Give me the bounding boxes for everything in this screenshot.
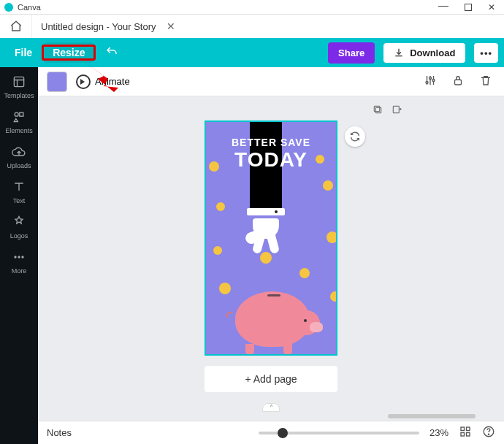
animate-label: Animate (95, 76, 130, 87)
svg-point-2 (15, 112, 18, 116)
duplicate-page-button[interactable] (372, 104, 383, 118)
svg-rect-14 (461, 427, 465, 431)
window-maximize-button[interactable] (465, 4, 472, 11)
hand-graphic (247, 214, 285, 248)
trash-icon (479, 74, 492, 87)
svg-rect-1 (14, 77, 23, 86)
add-blank-page-button[interactable] (391, 104, 402, 118)
tab-title: Untitled design - Your Story (41, 21, 156, 32)
svg-rect-17 (467, 433, 470, 437)
svg-rect-10 (455, 80, 462, 85)
share-button[interactable]: Share (328, 42, 375, 64)
window-minimize-button[interactable]: — (438, 0, 448, 10)
undo-icon (105, 45, 118, 58)
uploads-icon (12, 145, 26, 159)
zoom-slider-thumb[interactable] (278, 428, 288, 438)
tab-close-button[interactable]: ✕ (167, 20, 175, 32)
sidebar-item-text[interactable]: Text (0, 175, 38, 210)
help-icon (482, 425, 495, 438)
status-bar: Notes 23% (38, 421, 504, 444)
window-titlebar: Canva — ✕ (0, 0, 504, 15)
add-page-button[interactable]: + Add page (205, 366, 337, 392)
svg-rect-13 (393, 106, 399, 112)
notes-button[interactable]: Notes (47, 427, 72, 438)
coin-decoration (213, 246, 222, 255)
templates-icon (12, 74, 26, 89)
more-icon (12, 250, 26, 264)
home-button[interactable] (0, 15, 32, 38)
lock-button[interactable] (448, 71, 467, 92)
sidebar-item-label: Elements (5, 127, 33, 134)
tab-untitled-design[interactable]: Untitled design - Your Story ✕ (32, 15, 184, 38)
headline-big: TODAY (206, 150, 336, 170)
grid-view-button[interactable] (459, 425, 472, 440)
headline-text: BETTER SAVE TODAY (206, 137, 336, 170)
coin-decoration (216, 202, 225, 211)
sidebar-item-uploads[interactable]: Uploads (0, 140, 38, 175)
sidebar-item-label: Templates (4, 92, 34, 99)
left-sidebar: Templates Elements Uploads Text Logos Mo… (0, 67, 38, 444)
logos-icon (12, 215, 26, 229)
download-icon (394, 47, 404, 58)
coin-decoration (299, 268, 310, 278)
duplicate-icon (372, 104, 383, 115)
main-toolbar: File Resize Share Download ••• (0, 38, 504, 67)
sidebar-item-label: Logos (10, 232, 28, 240)
svg-rect-3 (20, 112, 23, 116)
coin-decoration (323, 180, 333, 191)
app-icon (4, 3, 13, 12)
svg-point-5 (18, 256, 20, 258)
canvas-area[interactable]: BETTER SAVE TODAY (38, 96, 504, 421)
app-name: Canva (18, 3, 41, 12)
tab-row: Untitled design - Your Story ✕ (0, 15, 504, 38)
download-label: Download (410, 47, 455, 58)
add-page-icon (391, 104, 402, 115)
collapse-panel-handle[interactable]: ˄ (262, 403, 280, 412)
more-menu-button[interactable]: ••• (474, 43, 498, 63)
svg-point-4 (14, 256, 16, 258)
delete-button[interactable] (476, 71, 495, 92)
svg-point-7 (426, 82, 428, 84)
work-area: Animate (38, 67, 504, 444)
download-button[interactable]: Download (383, 43, 465, 63)
sidebar-item-templates[interactable]: Templates (0, 70, 38, 105)
svg-point-6 (21, 256, 23, 258)
coin-decoration (330, 291, 337, 302)
svg-point-9 (432, 80, 435, 82)
svg-point-19 (488, 434, 489, 435)
regenerate-button[interactable] (345, 126, 365, 147)
refresh-icon (349, 131, 361, 142)
headline-small: BETTER SAVE (232, 137, 310, 148)
svg-rect-15 (467, 427, 470, 431)
svg-rect-11 (375, 107, 381, 112)
grid-icon (459, 425, 472, 438)
zoom-percent-label[interactable]: 23% (429, 427, 448, 438)
lock-icon (451, 74, 465, 87)
sidebar-item-label: Text (13, 197, 26, 204)
window-close-button[interactable]: ✕ (488, 3, 495, 12)
resize-button[interactable]: Resize (44, 42, 93, 63)
home-icon (9, 20, 23, 33)
filter-button[interactable] (421, 71, 440, 92)
undo-button[interactable] (105, 45, 118, 61)
zoom-slider[interactable] (259, 432, 419, 435)
background-color-swatch[interactable] (47, 72, 67, 92)
sidebar-item-label: Uploads (7, 162, 31, 169)
svg-point-8 (429, 77, 432, 80)
sidebar-item-logos[interactable]: Logos (0, 210, 38, 245)
text-icon (12, 180, 26, 194)
coin-decoration (327, 231, 337, 243)
svg-rect-12 (374, 106, 379, 111)
design-page[interactable]: BETTER SAVE TODAY (205, 120, 337, 356)
sidebar-item-elements[interactable]: Elements (0, 105, 38, 140)
help-button[interactable] (482, 425, 495, 440)
piggy-bank-graphic (229, 281, 316, 354)
animate-button[interactable]: Animate (76, 74, 130, 89)
elements-icon (12, 110, 26, 124)
filter-icon (424, 74, 437, 87)
page-actions (271, 104, 402, 118)
animate-icon (76, 74, 91, 89)
file-menu-button[interactable]: File (6, 42, 41, 63)
sidebar-item-more[interactable]: More (0, 245, 38, 280)
sidebar-item-label: More (12, 267, 27, 275)
